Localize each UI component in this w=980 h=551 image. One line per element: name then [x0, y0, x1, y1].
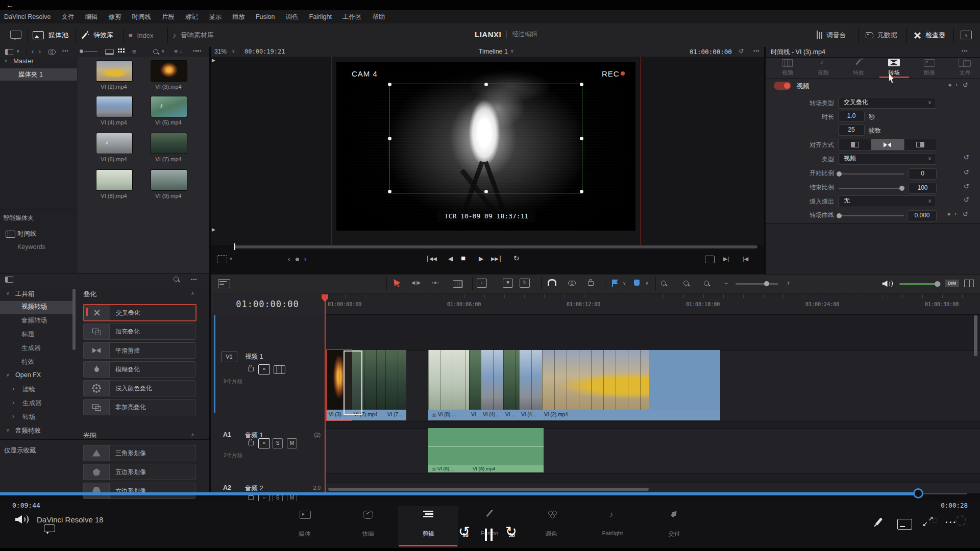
section-reset-icon[interactable]: ↺	[963, 81, 968, 89]
mp-sort-icon[interactable]: ≡	[174, 48, 178, 55]
player-volume-icon[interactable]	[15, 514, 28, 524]
trim-mode-icon[interactable]: ◀|▶	[411, 280, 425, 287]
timeline-video-clip[interactable]: VI (4)...	[481, 350, 503, 420]
zoom-detail-icon[interactable]	[683, 281, 689, 286]
player-pause-button[interactable]	[485, 529, 493, 541]
mp-clip-name[interactable]: VI (6).mp4	[90, 156, 138, 163]
panel-expand-icon-top[interactable]: ▶	[212, 58, 217, 65]
player-danmaku-icon[interactable]	[44, 524, 55, 532]
start-reset-icon[interactable]: ↺	[964, 168, 969, 176]
fx-tree-item-滤镜[interactable]: 滤镜	[22, 385, 76, 394]
track-a2-name[interactable]: 音频 2	[245, 484, 291, 492]
menu-item-文件[interactable]: 文件	[61, 13, 74, 21]
fx-tree-item-音频转场[interactable]: 音频转场	[21, 316, 75, 325]
menu-item-时间线[interactable]: 时间线	[132, 13, 151, 21]
marker-chevron-icon[interactable]: ∨	[645, 281, 649, 286]
position-lock-icon[interactable]	[588, 281, 594, 286]
timeline-video-clip[interactable]: VI	[469, 350, 481, 420]
loop-button[interactable]: ↻	[513, 254, 522, 262]
transform-handle[interactable]	[484, 190, 488, 193]
fx-effect-item[interactable]: 浸入颜色叠化	[83, 380, 195, 396]
volume-knob[interactable]	[935, 281, 940, 287]
transform-handle[interactable]	[484, 83, 488, 86]
tab-特效[interactable]: 特效	[844, 58, 873, 78]
insert-clip-icon[interactable]: ↓	[477, 279, 487, 288]
timeline-audio-clip[interactable]: VI (8).mp4	[471, 428, 544, 472]
mp-smart-bins-label[interactable]: 智能媒体夹	[3, 214, 75, 222]
track-a2-badge[interactable]: A2	[223, 484, 237, 492]
dynamic-trim-icon[interactable]: ‹●›	[432, 280, 445, 287]
zoom-in-icon[interactable]: +	[787, 280, 790, 287]
transform-handle[interactable]	[580, 137, 583, 140]
align-start-button[interactable]	[839, 139, 871, 150]
fx-tree-item-标题[interactable]: 标题	[21, 330, 75, 339]
fx-panel-toggle-icon[interactable]	[5, 277, 13, 283]
fx-tree-scrollbar[interactable]	[72, 289, 76, 350]
mp-bin-master[interactable]: Master	[13, 57, 75, 66]
dim-button[interactable]: DIM	[945, 280, 959, 287]
mp-clip-thumb[interactable]	[151, 60, 187, 82]
fx-tree-item-转场[interactable]: 转场	[22, 413, 76, 422]
page-媒体[interactable]: 媒体	[284, 510, 325, 545]
timeline-hscrollbar[interactable]	[328, 488, 649, 491]
timeline-video-clip[interactable]: VI (8)....	[428, 350, 469, 420]
mp-clip-name[interactable]: VI (3).mp4	[144, 84, 192, 91]
viewer-video-frame[interactable]: CAM 4RECTCR 10-09 09 18:37:11	[336, 62, 635, 231]
player-more-icon[interactable]: ···	[945, 517, 961, 527]
mp-clip-name[interactable]: VI (8).mp4	[90, 193, 138, 200]
timeline-audio-icon[interactable]	[882, 280, 892, 288]
track-a1-solo-button[interactable]: S	[273, 438, 283, 448]
transition-overlay[interactable]	[344, 350, 362, 415]
viewer-reset-icon[interactable]: ↺	[739, 47, 744, 55]
player-skip-back-button[interactable]: ↺10	[457, 525, 476, 545]
menu-item-Fusion[interactable]: Fusion	[256, 13, 275, 20]
menu-item-Fairlight[interactable]: Fairlight	[309, 13, 332, 20]
fx-tree-caret-icon[interactable]: ∨	[6, 428, 10, 433]
mp-thumb-size-dot[interactable]	[80, 49, 83, 53]
type-select[interactable]: 视频∨	[838, 153, 936, 165]
fx-group-collapse-icon[interactable]: ∧	[191, 432, 194, 437]
panel-expand-icon-bottom[interactable]: ▶	[212, 227, 217, 234]
play-button[interactable]: ▶	[479, 255, 486, 263]
index-button[interactable]: ≡ Index	[129, 28, 153, 43]
track-v1-lock-icon[interactable]	[248, 367, 254, 371]
page-Fairlight[interactable]: ♪Fairlight	[592, 510, 633, 545]
mp-clip-thumb[interactable]	[96, 133, 133, 154]
collapse-toolbar-button[interactable]: ∨	[961, 31, 972, 39]
curve-keyframe-icon[interactable]: ◆	[947, 212, 952, 217]
zoom-slider-knob[interactable]	[764, 281, 769, 286]
fx-tree-item-特效[interactable]: 特效	[21, 358, 75, 367]
curve-value[interactable]: 0.000	[908, 210, 937, 221]
viewer-zoom-chevron-icon[interactable]: ∨	[232, 48, 235, 54]
mp-thumb-size-track[interactable]	[84, 51, 97, 52]
match-frame-icon[interactable]	[705, 256, 715, 263]
fx-favorites-toggle[interactable]: 仅显示收藏	[4, 446, 76, 455]
fx-tree-item-Open FX[interactable]: Open FX	[15, 371, 68, 381]
next-edit-icon[interactable]: ▶|	[723, 256, 734, 263]
mp-grid-view-icon[interactable]	[118, 48, 125, 55]
track-v1-view-icon[interactable]	[274, 365, 285, 374]
mp-search-icon[interactable]	[153, 49, 158, 54]
section-next-keyframe-icon[interactable]: ›	[955, 81, 958, 88]
timeline-video-clip[interactable]: VI (4...	[519, 350, 542, 420]
fx-effect-item[interactable]: 加亮叠化	[83, 323, 195, 340]
snapping-magnet-icon[interactable]	[548, 279, 556, 286]
player-progress-rest[interactable]	[919, 493, 967, 494]
curve-reset-icon[interactable]: ↺	[963, 210, 968, 218]
timeline-ruler[interactable]: 01:00:00:0001:00:06:0001:00:12:0001:00:1…	[325, 294, 980, 315]
fx-effect-item[interactable]: 模糊叠化	[83, 361, 195, 378]
fx-effect-item[interactable]: 六边形划像	[83, 483, 195, 499]
mixer-button[interactable]: 调音台	[817, 28, 846, 43]
mp-clip-thumb[interactable]	[96, 96, 133, 117]
viewer-scrubber-playhead[interactable]	[234, 243, 235, 250]
mp-filmstrip-view-icon[interactable]	[105, 49, 114, 55]
jog-left-icon[interactable]: ‹	[288, 255, 290, 263]
marker-icon[interactable]	[634, 280, 640, 286]
back-icon[interactable]: ←	[6, 1, 14, 9]
fx-effect-item[interactable]: 交叉叠化	[83, 304, 197, 321]
start-ratio-value[interactable]: 0	[909, 168, 937, 180]
ease-select[interactable]: 无∨	[838, 195, 936, 207]
track-a1-mute-button[interactable]: M	[287, 438, 297, 448]
viewer-timeline-select[interactable]: Timeline 1	[462, 48, 508, 55]
link-clips-icon[interactable]	[568, 281, 575, 285]
